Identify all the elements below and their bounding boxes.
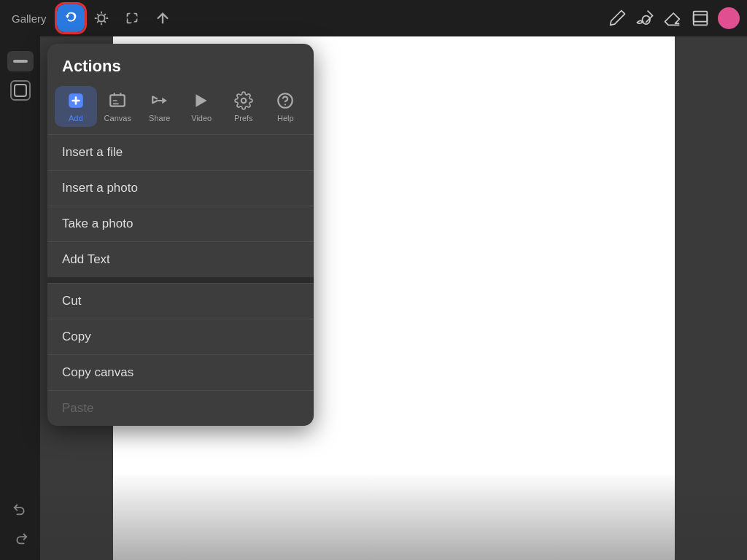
select-tool-button[interactable] <box>118 4 146 32</box>
take-photo-item[interactable]: Take a photo <box>47 206 314 241</box>
help-tab-icon <box>275 90 295 111</box>
transform-tool-button[interactable] <box>149 4 177 32</box>
layers-tool-button[interactable] <box>690 8 711 28</box>
insert-photo-item[interactable]: Insert a photo <box>47 170 314 206</box>
cut-item[interactable]: Cut <box>47 283 314 319</box>
tab-video-label: Video <box>191 114 212 122</box>
left-sidebar <box>0 36 40 560</box>
svg-rect-2 <box>694 15 708 25</box>
svg-point-6 <box>241 98 247 104</box>
right-tools <box>607 7 740 29</box>
tab-canvas[interactable]: Canvas <box>97 86 139 127</box>
copy-canvas-item[interactable]: Copy canvas <box>47 354 314 390</box>
paste-item[interactable]: Paste <box>47 390 314 426</box>
menu-divider <box>47 277 314 283</box>
svg-point-0 <box>98 15 104 21</box>
brush-tool-button[interactable] <box>635 8 655 28</box>
share-tab-icon <box>150 90 170 111</box>
menu-group-2: Cut Copy Copy canvas Paste <box>47 283 314 426</box>
eraser-tool-button[interactable] <box>662 8 683 28</box>
actions-tool-button[interactable] <box>57 4 85 32</box>
redo-button[interactable] <box>10 528 31 548</box>
gallery-button[interactable]: Gallery <box>7 9 51 28</box>
insert-file-item[interactable]: Insert a file <box>47 134 314 170</box>
tab-video[interactable]: Video <box>181 86 223 127</box>
svg-rect-4 <box>111 95 125 106</box>
tab-prefs-label: Prefs <box>234 114 253 122</box>
tab-canvas-label: Canvas <box>104 114 131 122</box>
user-avatar[interactable] <box>718 7 740 29</box>
sidebar-brush-size[interactable] <box>7 51 34 71</box>
tab-prefs[interactable]: Prefs <box>222 86 265 127</box>
tab-add-label: Add <box>69 114 83 122</box>
tab-help[interactable]: Help <box>265 86 307 127</box>
menu-group-1: Insert a file Insert a photo Take a phot… <box>47 134 314 277</box>
add-text-item[interactable]: Add Text <box>47 241 314 277</box>
prefs-tab-icon <box>233 90 254 111</box>
sidebar-color-selector[interactable] <box>10 80 31 101</box>
tab-add[interactable]: Add <box>55 86 97 127</box>
adjust-tool-button[interactable] <box>88 4 115 32</box>
top-toolbar: Gallery <box>0 0 747 36</box>
actions-title: Actions <box>47 44 314 83</box>
tab-share[interactable]: Share <box>139 86 181 127</box>
pen-tool-button[interactable] <box>607 8 627 28</box>
add-tab-icon <box>66 90 86 111</box>
undo-button[interactable] <box>10 499 31 519</box>
svg-rect-1 <box>694 12 708 22</box>
tab-share-label: Share <box>149 114 170 122</box>
actions-panel: Actions Add Canvas <box>47 44 314 426</box>
copy-item[interactable]: Copy <box>47 319 314 354</box>
tab-help-label: Help <box>277 114 294 122</box>
canvas-tab-icon <box>107 90 128 111</box>
svg-marker-5 <box>196 94 207 106</box>
svg-point-8 <box>285 104 286 105</box>
video-tab-icon <box>191 90 212 111</box>
actions-tabs: Add Canvas Share <box>47 83 314 134</box>
